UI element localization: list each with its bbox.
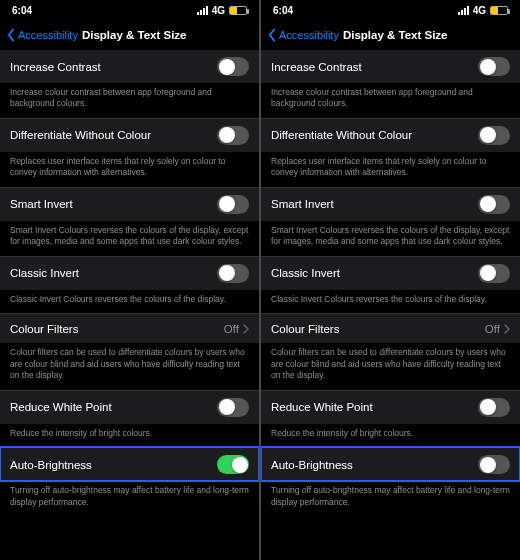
chevron-left-icon (265, 28, 279, 42)
desc-colour-filters: Colour filters can be used to differenti… (0, 343, 259, 389)
desc-reduce-white: Reduce the intensity of bright colours. (261, 424, 520, 447)
toggle-increase-contrast[interactable] (478, 57, 510, 76)
toggle-classic-invert[interactable] (478, 264, 510, 283)
row-smart-invert[interactable]: Smart Invert (261, 187, 520, 221)
status-time: 6:04 (273, 5, 293, 16)
nav-bar: Accessibility Display & Text Size (261, 20, 520, 50)
value-label: Off (485, 323, 500, 335)
desc-colour-filters: Colour filters can be used to differenti… (261, 343, 520, 389)
row-smart-invert[interactable]: Smart Invert (0, 187, 259, 221)
row-label: Increase Contrast (10, 61, 101, 73)
toggle-classic-invert[interactable] (217, 264, 249, 283)
back-button[interactable]: Accessibility (265, 28, 339, 42)
row-colour-filters[interactable]: Colour Filters Off (0, 313, 259, 343)
chevron-right-icon (504, 324, 510, 334)
battery-icon (229, 6, 247, 15)
row-label: Differentiate Without Colour (10, 129, 151, 141)
row-label: Classic Invert (271, 267, 340, 279)
toggle-auto-brightness[interactable] (478, 455, 510, 474)
toggle-smart-invert[interactable] (478, 195, 510, 214)
desc-increase-contrast: Increase colour contrast between app for… (261, 83, 520, 118)
row-classic-invert[interactable]: Classic Invert (0, 256, 259, 290)
row-auto-brightness[interactable]: Auto-Brightness (0, 447, 259, 481)
row-label: Increase Contrast (271, 61, 362, 73)
value-label: Off (224, 323, 239, 335)
row-value: Off (485, 323, 510, 335)
toggle-reduce-white[interactable] (478, 398, 510, 417)
back-button[interactable]: Accessibility (4, 28, 78, 42)
network-label: 4G (473, 5, 486, 16)
toggle-differentiate[interactable] (478, 126, 510, 145)
chevron-right-icon (243, 324, 249, 334)
desc-differentiate: Replaces user interface items that rely … (0, 152, 259, 187)
status-right: 4G (458, 5, 508, 16)
back-label: Accessibility (279, 29, 339, 41)
row-label: Colour Filters (10, 323, 78, 335)
row-colour-filters[interactable]: Colour Filters Off (261, 313, 520, 343)
toggle-reduce-white[interactable] (217, 398, 249, 417)
settings-list: Increase Contrast Increase colour contra… (261, 50, 520, 560)
desc-classic-invert: Classic Invert Colours reverses the colo… (0, 290, 259, 313)
toggle-increase-contrast[interactable] (217, 57, 249, 76)
desc-classic-invert: Classic Invert Colours reverses the colo… (261, 290, 520, 313)
page-title: Display & Text Size (82, 29, 187, 41)
row-label: Reduce White Point (10, 401, 112, 413)
desc-smart-invert: Smart Invert Colours reverses the colour… (261, 221, 520, 256)
row-differentiate[interactable]: Differentiate Without Colour (0, 118, 259, 152)
toggle-differentiate[interactable] (217, 126, 249, 145)
row-label: Smart Invert (271, 198, 334, 210)
row-classic-invert[interactable]: Classic Invert (261, 256, 520, 290)
row-value: Off (224, 323, 249, 335)
battery-icon (490, 6, 508, 15)
row-reduce-white[interactable]: Reduce White Point (0, 390, 259, 424)
row-label: Differentiate Without Colour (271, 129, 412, 141)
row-differentiate[interactable]: Differentiate Without Colour (261, 118, 520, 152)
row-reduce-white[interactable]: Reduce White Point (261, 390, 520, 424)
back-label: Accessibility (18, 29, 78, 41)
signal-icon (458, 6, 469, 15)
desc-reduce-white: Reduce the intensity of bright colours. (0, 424, 259, 447)
status-right: 4G (197, 5, 247, 16)
phone-left: 6:04 4G Accessibility Display & Text Siz… (0, 0, 259, 560)
row-label: Classic Invert (10, 267, 79, 279)
desc-increase-contrast: Increase colour contrast between app for… (0, 83, 259, 118)
desc-auto-brightness: Turning off auto-brightness may affect b… (0, 481, 259, 516)
row-label: Reduce White Point (271, 401, 373, 413)
status-bar: 6:04 4G (0, 0, 259, 20)
row-increase-contrast[interactable]: Increase Contrast (0, 50, 259, 83)
signal-icon (197, 6, 208, 15)
desc-auto-brightness: Turning off auto-brightness may affect b… (261, 481, 520, 516)
toggle-smart-invert[interactable] (217, 195, 249, 214)
page-title: Display & Text Size (343, 29, 448, 41)
phone-right: 6:04 4G Accessibility Display & Text Siz… (261, 0, 520, 560)
desc-smart-invert: Smart Invert Colours reverses the colour… (0, 221, 259, 256)
settings-list: Increase Contrast Increase colour contra… (0, 50, 259, 560)
row-label: Auto-Brightness (271, 459, 353, 471)
desc-differentiate: Replaces user interface items that rely … (261, 152, 520, 187)
row-label: Auto-Brightness (10, 459, 92, 471)
status-bar: 6:04 4G (261, 0, 520, 20)
row-label: Smart Invert (10, 198, 73, 210)
row-increase-contrast[interactable]: Increase Contrast (261, 50, 520, 83)
status-time: 6:04 (12, 5, 32, 16)
toggle-auto-brightness[interactable] (217, 455, 249, 474)
row-label: Colour Filters (271, 323, 339, 335)
nav-bar: Accessibility Display & Text Size (0, 20, 259, 50)
row-auto-brightness[interactable]: Auto-Brightness (261, 447, 520, 481)
network-label: 4G (212, 5, 225, 16)
chevron-left-icon (4, 28, 18, 42)
